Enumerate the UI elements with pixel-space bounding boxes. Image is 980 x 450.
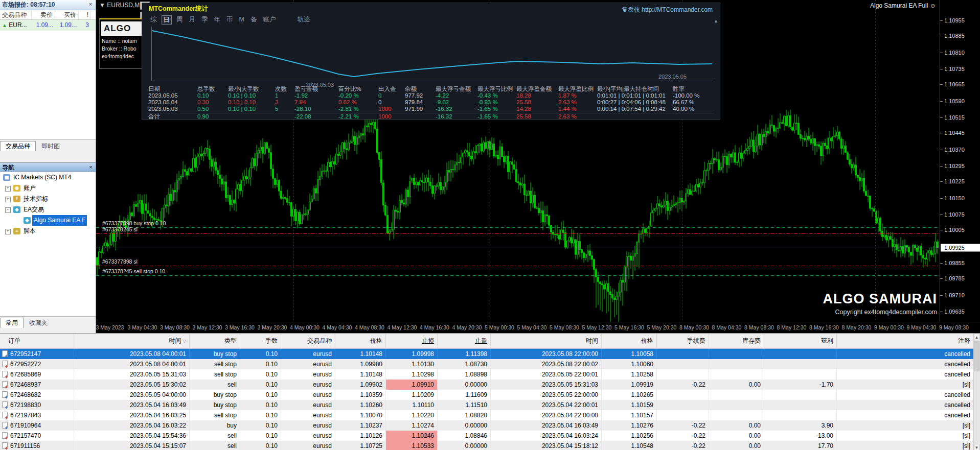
order-cell: 0.10 (240, 420, 281, 431)
equity-curve-chart (151, 27, 712, 81)
tree-item-indicator[interactable]: +f技术指标 (0, 194, 96, 204)
tree-item-expert-advisor[interactable]: -◆EA交易 (0, 204, 96, 215)
orders-column-0[interactable]: 订单 (0, 334, 74, 348)
collapse-icon[interactable]: - (5, 207, 11, 213)
tab-tick-chart[interactable]: 即时图 (36, 141, 65, 151)
price-tick-mark (940, 230, 943, 230)
price-tick-mark (940, 263, 943, 264)
order-cell: eurusd (281, 420, 335, 431)
orders-column-1[interactable]: 时间 ▽ (74, 334, 190, 348)
commander-tab-备[interactable]: 备 (249, 15, 259, 25)
order-cell: 672952272 (0, 359, 74, 369)
price-tick-label: 1.09855 (944, 260, 965, 266)
order-row[interactable]: 6721574702023.05.04 15:54:36sell0.10euru… (0, 431, 974, 441)
bid-value: 1.09... (32, 20, 55, 30)
tree-item-script[interactable]: +≡脚本 (0, 226, 96, 236)
vertical-scrollbar[interactable]: ▲ ▼ (973, 334, 980, 450)
orders-column-3[interactable]: 手数 (240, 334, 281, 348)
orders-column-12[interactable]: 获利 (764, 334, 837, 348)
expand-icon[interactable]: + (5, 229, 11, 234)
terminal-panel: × 订单时间 ▽类型手数交易品种价格止损止盈时间价格手续费库存费获利注释 672… (0, 333, 980, 450)
orders-column-7[interactable]: 止盈 (438, 334, 491, 348)
scroll-up-icon[interactable]: ▲ (974, 334, 979, 340)
stop-loss-line[interactable] (96, 266, 940, 266)
stats-cell: -1.65 % (477, 113, 516, 120)
orders-column-11[interactable]: 库存费 (709, 334, 764, 348)
tab-common[interactable]: 常用 (0, 318, 24, 328)
expand-icon[interactable]: + (5, 186, 11, 192)
orders-column-13[interactable]: 注释 (837, 334, 974, 348)
commander-tab-月[interactable]: 月 (188, 15, 197, 25)
time-tick-label: 5 May 12:30 (582, 324, 612, 330)
collapse-arrow-icon[interactable]: ▲ (714, 18, 718, 23)
pending-order-line[interactable] (96, 275, 940, 276)
pending-order-line[interactable] (96, 227, 940, 228)
tree-item-accounts[interactable]: +◉账户 (0, 183, 96, 194)
commander-tab-track[interactable]: 轨迹 (295, 15, 311, 25)
commander-tab-日[interactable]: 日 (162, 15, 172, 25)
orders-column-4[interactable]: 交易品种 (281, 334, 335, 348)
stop-loss-line[interactable] (96, 233, 940, 234)
tree-item-expert-advisor[interactable]: ◆Algo Samurai EA F (0, 215, 96, 226)
commander-tab-季[interactable]: 季 (200, 15, 210, 25)
market-watch-row-eurusd[interactable]: ▲ EUR... 1.09... 1.09... 3 (0, 20, 96, 31)
orders-column-6[interactable]: 止损 (386, 334, 438, 348)
order-row[interactable]: 6724689372023.05.05 15:30:02sell0.10euru… (0, 380, 974, 390)
time-axis[interactable]: 3 May 20233 May 04:303 May 08:303 May 12… (96, 322, 980, 333)
tree-item-server[interactable]: ▦IC Markets (SC) MT4 (0, 172, 96, 183)
orders-column-8[interactable]: 时间 (491, 334, 602, 348)
order-line-label: #673377898 sl (102, 258, 138, 265)
time-tick-label: 3 May 04:30 (128, 324, 157, 330)
close-icon[interactable]: × (87, 1, 94, 8)
order-row[interactable]: 6724686822023.05.05 04:00:00buy stop0.10… (0, 390, 974, 400)
order-row[interactable]: 6719109642023.05.04 16:03:22buy0.10eurus… (0, 420, 974, 431)
stats-cell: 合计 (148, 113, 197, 120)
commander-tab-币[interactable]: 币 (225, 15, 235, 25)
commander-tab-M[interactable]: M (238, 15, 246, 25)
mtcommander-link[interactable]: 复盘侠 http://MTCommander.com (622, 6, 713, 14)
tab-symbols[interactable]: 交易品种 (0, 141, 36, 151)
expand-icon[interactable]: + (5, 197, 11, 202)
orders-column-2[interactable]: 类型 (190, 334, 240, 348)
time-tick-label: 9 May 04:30 (907, 324, 937, 330)
commander-tab-年[interactable]: 年 (213, 15, 222, 25)
order-cell: -1.70 (764, 380, 837, 390)
commander-tab-周[interactable]: 周 (175, 15, 185, 25)
order-row[interactable]: 6721988302023.05.04 16:03:49buy stop0.10… (0, 400, 974, 410)
order-cell (764, 359, 837, 369)
order-cell: 1.08846 (438, 431, 491, 441)
order-row[interactable]: 6729521472023.05.08 04:00:01buy stop0.10… (0, 349, 974, 359)
order-row[interactable]: 6721978432023.05.04 16:03:25sell stop0.1… (0, 410, 974, 420)
column-spread[interactable]: ! (79, 10, 91, 19)
order-cell: 1.10070 (335, 410, 386, 420)
close-icon[interactable]: × (87, 164, 94, 171)
orders-column-5[interactable]: 价格 (335, 334, 386, 348)
price-axis[interactable]: 1.109551.108851.108101.107351.106651.105… (940, 0, 980, 322)
order-cell: sell (190, 441, 240, 450)
order-cell (657, 390, 709, 400)
time-tick-label: 8 May 12:30 (777, 324, 807, 330)
watermark-title: ALGO SAMURAI (823, 291, 938, 307)
stats-header-cell: 最小|平均|最大持仓时间 (597, 86, 673, 92)
column-bid[interactable]: 卖价 (32, 10, 55, 19)
scroll-down-icon[interactable]: ▼ (974, 444, 979, 450)
order-row[interactable]: 6719111562023.05.04 15:15:07sell0.10euru… (0, 441, 974, 450)
orders-column-10[interactable]: 手续费 (657, 334, 709, 348)
order-row[interactable]: 6726858692023.05.05 15:31:03sell stop0.1… (0, 369, 974, 380)
column-ask[interactable]: 买价 (55, 10, 79, 19)
ask-value: 1.09... (55, 20, 79, 30)
stats-header-cell: 百分比% (338, 86, 378, 92)
stats-header-cell: 日期 (148, 86, 197, 92)
order-cell: buy (190, 420, 240, 431)
commander-tab-账户[interactable]: 账户 (261, 15, 277, 25)
order-cell: eurusd (281, 441, 335, 450)
order-cell: 1.10256 (602, 431, 657, 441)
commander-tab-综[interactable]: 综 (149, 15, 158, 25)
orders-column-9[interactable]: 价格 (602, 334, 657, 348)
stats-header-cell: 最大浮盈金额 (516, 86, 558, 92)
price-tick-mark (940, 20, 943, 21)
order-row[interactable]: 6729522722023.05.08 04:00:01sell stop0.1… (0, 359, 974, 369)
scrollbar-thumb[interactable] (974, 341, 979, 371)
column-symbol[interactable]: 交易品种 (0, 10, 32, 19)
tab-favorites[interactable]: 收藏夹 (24, 318, 53, 328)
